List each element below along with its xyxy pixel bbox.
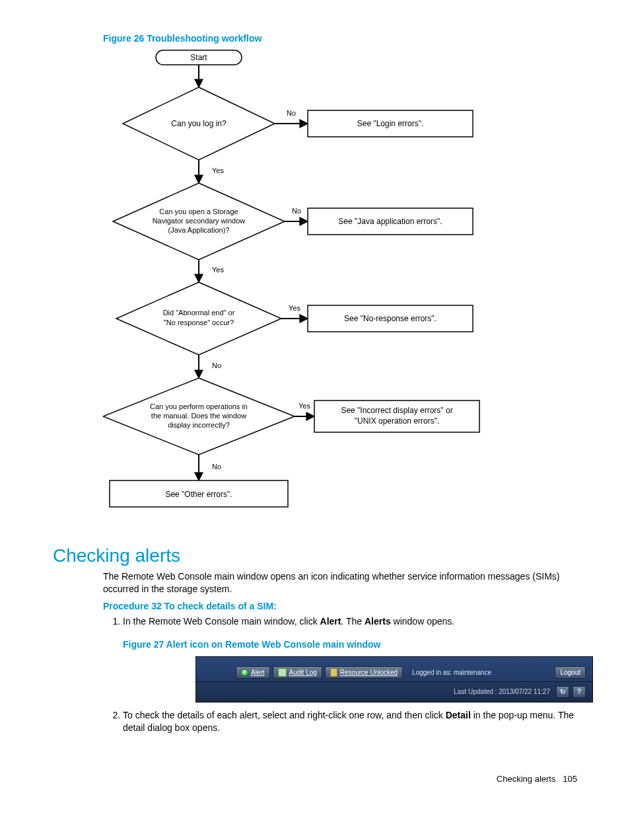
- fc-r5: See "Other errors".: [165, 490, 232, 499]
- step1-alerts-bold: Alerts: [365, 616, 391, 627]
- audit-log-label: Audit Log: [289, 668, 317, 677]
- procedure32-caption: Procedure 32 To check details of a SIM:: [103, 601, 577, 611]
- help-icon: ?: [577, 687, 581, 697]
- fc-d3a: Did "Abnormal end" or: [163, 309, 235, 317]
- step1-alert-bold: Alert: [320, 616, 341, 627]
- footer-label: Checking alerts: [497, 774, 556, 784]
- fc-d3b: "No response" occur?: [164, 319, 234, 326]
- step-2: To check the details of each alert, sele…: [123, 709, 577, 734]
- fc-d2b: Navigator secondary window: [153, 217, 246, 225]
- fc-r4a: See "Incorrect display errors" or: [341, 406, 452, 415]
- fc-d4c: display incorrectly?: [168, 421, 230, 429]
- fc-r3: See "No-response errors".: [344, 314, 437, 323]
- fc-d2-no: No: [292, 207, 301, 215]
- refresh-icon: ↻: [560, 687, 565, 697]
- fc-d2-yes: Yes: [212, 266, 224, 274]
- resource-unlocked-button[interactable]: Resource Unlocked: [325, 666, 403, 679]
- refresh-button[interactable]: ↻: [556, 686, 569, 698]
- fc-r1: See "Login errors".: [357, 119, 424, 128]
- intro-paragraph: The Remote Web Console main window opens…: [103, 570, 577, 595]
- alert-button[interactable]: Alert: [236, 666, 270, 679]
- section-heading-checking-alerts: Checking alerts: [53, 545, 577, 566]
- step1-c: . The: [341, 616, 365, 627]
- figure26-caption: Figure 26 Troubleshooting workflow: [103, 33, 577, 44]
- step2-detail-bold: Detail: [446, 710, 471, 720]
- toolbar-row2: Last Updated : 2013/07/22 11:27 ↻ ?: [196, 681, 592, 702]
- logged-in-status: Logged in as: maintenance: [412, 668, 491, 677]
- fc-d1-yes: Yes: [212, 167, 224, 174]
- step2-a: To check the details of each alert, sele…: [123, 710, 446, 720]
- fc-d2c: (Java Application)?: [168, 226, 230, 234]
- fc-r2: See "Java application errors".: [338, 217, 442, 226]
- fc-d4-no: No: [212, 463, 221, 471]
- toolbar-row1: Alert Audit Log Resource Unlocked Logged…: [196, 657, 592, 682]
- audit-log-icon: [278, 668, 287, 677]
- step1-a: In the Remote Web Console main window, c…: [123, 616, 320, 627]
- step-1: In the Remote Web Console main window, c…: [123, 615, 577, 703]
- logout-button[interactable]: Logout: [555, 666, 586, 679]
- fc-d2a: Can you open a Storage: [159, 208, 238, 215]
- alert-status-icon: [241, 669, 248, 676]
- toolbar-screenshot: Alert Audit Log Resource Unlocked Logged…: [195, 656, 593, 703]
- fc-d4a: Can you perform operations in: [150, 402, 248, 410]
- fc-d1-no: No: [287, 109, 296, 117]
- help-button[interactable]: ?: [573, 686, 586, 698]
- fc-d1: Can you log in?: [171, 119, 227, 128]
- flowchart-figure: Start Can you log in? No See "Login erro…: [103, 48, 577, 532]
- fc-d3-no: No: [212, 362, 221, 369]
- last-updated-label: Last Updated : 2013/07/22 11:27: [454, 687, 550, 697]
- fc-d4b: the manual. Does the window: [151, 412, 246, 420]
- step1-e: window opens.: [391, 616, 455, 627]
- resource-unlocked-label: Resource Unlocked: [340, 668, 398, 677]
- page-footer: Checking alerts 105: [53, 774, 577, 784]
- alert-label: Alert: [251, 668, 265, 677]
- fc-start: Start: [190, 53, 207, 62]
- footer-page: 105: [563, 774, 577, 784]
- fc-r4b: "UNIX operation errors".: [355, 416, 440, 426]
- figure27-caption: Figure 27 Alert icon on Remote Web Conso…: [123, 638, 577, 651]
- fc-d4-yes: Yes: [298, 402, 310, 410]
- audit-log-button[interactable]: Audit Log: [273, 666, 322, 679]
- lock-icon: [330, 668, 337, 677]
- fc-d3-yes: Yes: [289, 304, 300, 312]
